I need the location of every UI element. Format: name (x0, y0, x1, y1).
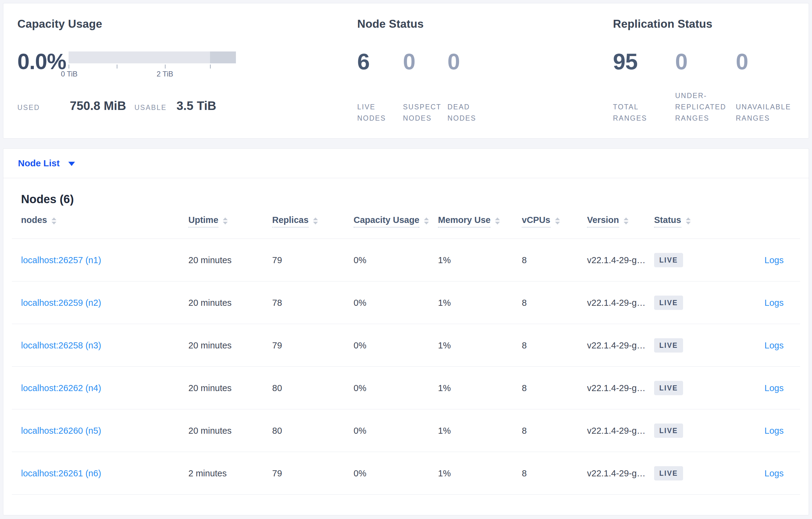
used-label: USED (18, 103, 70, 112)
logs-link[interactable]: Logs (764, 255, 784, 265)
column-header-memory-use[interactable]: Memory Use (438, 215, 500, 227)
column-header-uptime[interactable]: Uptime (188, 215, 228, 227)
vcpus-cell: 8 (522, 426, 527, 436)
node-link[interactable]: localhost:26260 (n5) (21, 426, 101, 436)
total-ranges-label: TOTAL RANGES (613, 101, 657, 124)
column-header-label: Memory Use (438, 215, 490, 227)
capacity-bar-reserved-segment (210, 52, 236, 63)
node-link[interactable]: localhost:26259 (n2) (21, 298, 101, 308)
table-row: localhost:26259 (n2) 20 minutes 78 0% 1%… (3, 281, 809, 324)
vcpus-cell: 8 (522, 298, 527, 308)
memory-cell: 1% (438, 298, 451, 308)
node-list-dropdown[interactable]: Node List (18, 158, 75, 169)
replicas-cell: 78 (272, 298, 282, 308)
logs-link[interactable]: Logs (764, 298, 784, 308)
unavailable-ranges-label: UNAVAILABLE RANGES (736, 101, 809, 124)
nodes-table-header-row: nodes Uptime Replicas Capacity Usage Mem… (3, 206, 809, 239)
version-cell: v22.1.4-29-g… (587, 298, 645, 308)
column-header-label: Capacity Usage (354, 215, 419, 227)
uptime-cell: 20 minutes (188, 298, 232, 308)
cluster-summary-panel: Capacity Usage 0.0% 0 TiB 2 TiB USED 750… (3, 3, 809, 139)
status-badge: LIVE (654, 253, 683, 267)
status-badge: LIVE (654, 338, 683, 353)
axis-tick (68, 65, 69, 68)
replication-status-section: Replication Status 95 TOTAL RANGES 0 UND… (613, 17, 812, 124)
table-row: localhost:26258 (n3) 20 minutes 79 0% 1%… (3, 324, 809, 367)
column-header-nodes[interactable]: nodes (21, 215, 56, 227)
version-cell: v22.1.4-29-g… (587, 383, 645, 393)
total-ranges-value: 95 (613, 50, 675, 73)
logs-link[interactable]: Logs (764, 468, 784, 479)
suspect-nodes-label: SUSPECT NODES (403, 101, 443, 124)
sort-icon (313, 217, 318, 224)
version-cell: v22.1.4-29-g… (587, 340, 645, 350)
axis-tick (210, 65, 211, 68)
table-row: localhost:26261 (n6) 2 minutes 79 0% 1% … (3, 452, 809, 495)
used-value: 750.8 MiB (70, 99, 135, 113)
axis-tick-label: 0 TiB (61, 70, 78, 78)
replication-status-title: Replication Status (613, 17, 812, 31)
column-header-vcpus[interactable]: vCPUs (522, 215, 560, 227)
usable-value: 3.5 TiB (176, 99, 216, 113)
replicas-cell: 80 (272, 383, 282, 393)
column-header-status[interactable]: Status (654, 215, 691, 227)
suspect-nodes-value: 0 (403, 50, 447, 73)
live-nodes-value: 6 (357, 50, 403, 73)
chevron-down-icon (68, 162, 75, 166)
uptime-cell: 20 minutes (188, 426, 232, 436)
node-link[interactable]: localhost:26262 (n4) (21, 383, 101, 393)
column-header-label: Status (654, 215, 681, 227)
uptime-cell: 20 minutes (188, 340, 232, 350)
memory-cell: 1% (438, 340, 451, 350)
suspect-nodes-stat: 0 SUSPECT NODES (403, 50, 447, 124)
uptime-cell: 20 minutes (188, 255, 232, 265)
vcpus-cell: 8 (522, 255, 527, 265)
under-replicated-ranges-label: UNDER-REPLICATED RANGES (675, 90, 736, 124)
uptime-cell: 2 minutes (188, 468, 227, 479)
version-cell: v22.1.4-29-g… (587, 468, 645, 479)
logs-link[interactable]: Logs (764, 383, 784, 393)
column-header-capacity-usage[interactable]: Capacity Usage (354, 215, 429, 227)
column-header-replicas[interactable]: Replicas (272, 215, 318, 227)
capacity-cell: 0% (354, 383, 366, 393)
sort-icon (495, 217, 500, 224)
memory-cell: 1% (438, 255, 451, 265)
column-header-label: nodes (21, 215, 47, 227)
capacity-usage-bar: 0 TiB 2 TiB (68, 52, 236, 73)
nodes-table-title: Nodes (6) (21, 193, 809, 206)
view-selector-bar: Node List (3, 149, 809, 178)
capacity-cell: 0% (354, 340, 366, 350)
dead-nodes-label: DEAD NODES (447, 101, 487, 124)
live-nodes-label: LIVE NODES (357, 101, 397, 124)
capacity-used-percent: 0.0% (18, 50, 68, 73)
sort-icon (624, 217, 629, 224)
node-status-title: Node Status (357, 17, 499, 31)
uptime-cell: 20 minutes (188, 383, 232, 393)
logs-link[interactable]: Logs (764, 426, 784, 436)
version-cell: v22.1.4-29-g… (587, 426, 645, 436)
table-row: localhost:26260 (n5) 20 minutes 80 0% 1%… (3, 409, 809, 452)
node-link[interactable]: localhost:26257 (n1) (21, 255, 101, 265)
logs-link[interactable]: Logs (764, 340, 784, 350)
capacity-cell: 0% (354, 468, 366, 479)
under-replicated-ranges-stat: 0 UNDER-REPLICATED RANGES (675, 50, 736, 124)
column-header-label: vCPUs (522, 215, 550, 227)
column-header-version[interactable]: Version (587, 215, 629, 227)
status-badge: LIVE (654, 381, 683, 395)
axis-tick (165, 65, 166, 68)
column-header-label: Version (587, 215, 619, 227)
axis-tick (117, 65, 117, 68)
node-link[interactable]: localhost:26261 (n6) (21, 468, 101, 479)
table-row: localhost:26257 (n1) 20 minutes 79 0% 1%… (3, 239, 809, 281)
capacity-usage-title: Capacity Usage (18, 17, 341, 31)
sort-icon (424, 217, 429, 224)
status-badge: LIVE (654, 466, 683, 481)
replicas-cell: 79 (272, 340, 282, 350)
node-status-section: Node Status 6 LIVE NODES 0 SUSPECT NODES… (357, 17, 499, 124)
memory-cell: 1% (438, 426, 451, 436)
node-link[interactable]: localhost:26258 (n3) (21, 340, 101, 350)
capacity-bar-track (68, 52, 236, 63)
column-header-label: Uptime (188, 215, 218, 227)
capacity-cell: 0% (354, 426, 366, 436)
sort-icon (52, 217, 56, 224)
